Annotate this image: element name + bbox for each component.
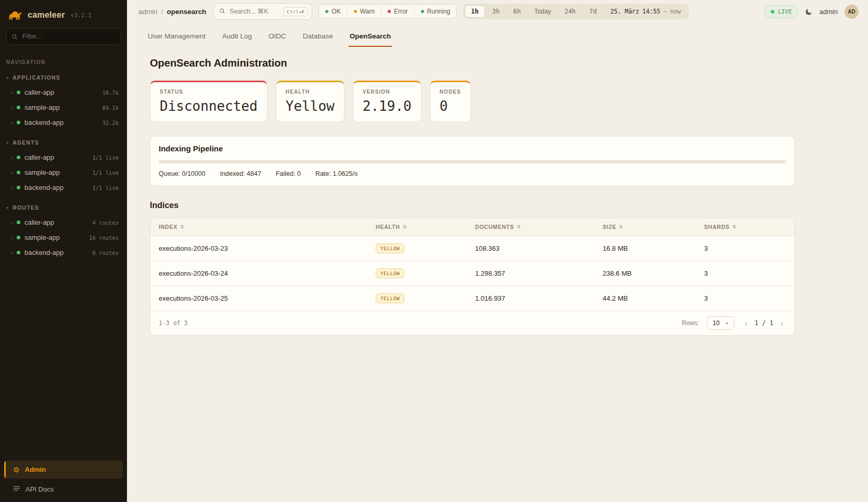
column-label: HEALTH — [376, 224, 400, 230]
cameleer-logo-icon — [8, 9, 23, 21]
sidebar-item-app-sample[interactable]: › sample-app 84.1k — [0, 100, 127, 115]
chevron-down-icon: ▾ — [6, 75, 9, 80]
live-toggle[interactable]: LIVE — [764, 5, 798, 18]
sidebar-item-agent-sample[interactable]: › sample-app 1/1 live — [0, 165, 127, 180]
table-row[interactable]: executions-2026-03-24 YELLOW 1.298.357 2… — [150, 261, 795, 286]
sidebar-item-label: API Docs — [25, 485, 54, 493]
status-dot — [325, 10, 328, 13]
status-dot — [17, 236, 20, 239]
chevron-down-icon: ▾ — [6, 205, 9, 210]
status-dot — [17, 186, 20, 189]
chevron-down-icon: ▾ — [6, 140, 9, 145]
count-badge: 6 routes — [92, 250, 119, 256]
section-header-routes[interactable]: ▾ ROUTES — [0, 200, 127, 215]
stat-card-nodes: NODES 0 — [430, 81, 471, 122]
avatar[interactable]: AD — [845, 5, 859, 19]
stat-label: STATUS — [160, 89, 258, 95]
status-dot — [388, 10, 391, 13]
prev-page-button[interactable]: ‹ — [742, 318, 750, 328]
status-dot — [17, 156, 20, 159]
time-range-1h[interactable]: 1h — [465, 5, 484, 18]
tab-oidc[interactable]: OIDC — [267, 28, 287, 47]
time-range-3h[interactable]: 3h — [486, 5, 506, 18]
live-label: LIVE — [778, 8, 792, 15]
sidebar-item-route-caller[interactable]: › caller-app 4 routes — [0, 215, 127, 230]
cell-size: 16.8 MB — [594, 237, 696, 260]
cell-size: 44.2 MB — [594, 287, 696, 310]
time-range-today[interactable]: Today — [528, 5, 557, 18]
theme-toggle[interactable] — [805, 8, 813, 16]
range-time: 14:55 — [642, 8, 660, 15]
sort-icon: ⇅ — [180, 224, 184, 229]
list-icon — [13, 485, 20, 494]
status-filter-running[interactable]: Running — [414, 5, 457, 18]
status-filter-error[interactable]: Error — [381, 5, 414, 18]
stat-value: 0 — [440, 98, 461, 114]
section-header-applications[interactable]: ▾ APPLICATIONS — [0, 70, 127, 85]
status-filter-label: Running — [427, 8, 451, 15]
status-filter-warn[interactable]: Warn — [347, 5, 381, 18]
stat-value: 2.19.0 — [363, 98, 412, 114]
sidebar-item-agent-backend[interactable]: › backend-app 1/1 live — [0, 180, 127, 195]
count-badge: 32.2k — [102, 120, 119, 126]
count-badge: 1/1 live — [92, 185, 119, 191]
search-input[interactable] — [229, 8, 279, 15]
table-footer-controls: Rows: 10 ▾ ‹ 1 / 1 › — [682, 316, 786, 330]
sort-icon: ⇅ — [619, 224, 623, 229]
section-header-agents[interactable]: ▾ AGENTS — [0, 135, 127, 150]
table-row[interactable]: executions-2026-03-25 YELLOW 1.016.937 4… — [150, 286, 795, 311]
status-dot — [17, 106, 20, 109]
count-badge: 84.1k — [102, 105, 119, 111]
sidebar-item-route-backend[interactable]: › backend-app 6 routes — [0, 245, 127, 260]
sidebar-item-label: caller-app — [24, 88, 54, 96]
breadcrumb-root[interactable]: admin — [138, 8, 158, 16]
time-range-6h[interactable]: 6h — [507, 5, 527, 18]
search-icon — [11, 33, 18, 42]
pipeline-stat-indexed: Indexed: 4847 — [220, 170, 261, 177]
sidebar-item-label: sample-app — [24, 169, 60, 176]
chevron-down-icon: ▾ — [726, 321, 728, 326]
column-header-documents[interactable]: DOCUMENTS ⇅ — [467, 218, 594, 236]
count-badge: 16 routes — [89, 235, 119, 241]
column-header-shards[interactable]: SHARDS ⇅ — [696, 218, 795, 236]
sidebar-item-route-sample[interactable]: › sample-app 16 routes — [0, 230, 127, 245]
page-indicator: 1 / 1 — [755, 319, 773, 327]
sidebar-item-admin[interactable]: ⚙ Admin — [4, 460, 123, 479]
tab-user-management[interactable]: User Management — [147, 28, 207, 47]
gear-icon: ⚙ — [13, 466, 20, 473]
cell-shards: 3 — [696, 262, 795, 285]
pipeline-stat-queue: Queue: 0/10000 — [159, 170, 206, 177]
sidebar-item-app-caller[interactable]: › caller-app 10.7k — [0, 85, 127, 100]
filter-input[interactable] — [6, 28, 121, 45]
health-badge: YELLOW — [376, 268, 404, 278]
sidebar-item-api-docs[interactable]: API Docs — [4, 479, 123, 496]
next-page-button[interactable]: › — [777, 318, 786, 328]
pagination: ‹ 1 / 1 › — [742, 318, 786, 328]
sidebar-item-app-backend[interactable]: › backend-app 32.2k — [0, 115, 127, 130]
time-range-display[interactable]: 25. März 14:55 — now — [604, 8, 687, 15]
column-header-size[interactable]: SIZE ⇅ — [594, 218, 696, 236]
table-row[interactable]: executions-2026-03-23 YELLOW 108.363 16.… — [150, 236, 795, 261]
sidebar-item-agent-caller[interactable]: › caller-app 1/1 live — [0, 150, 127, 165]
range-date: 25. März — [610, 8, 639, 15]
chevron-right-icon: › — [10, 89, 12, 96]
time-range-7d[interactable]: 7d — [583, 5, 603, 18]
tab-database[interactable]: Database — [302, 28, 334, 47]
tab-opensearch[interactable]: OpenSearch — [349, 28, 392, 47]
cell-shards: 3 — [696, 237, 795, 260]
cell-health: YELLOW — [367, 286, 467, 311]
column-header-index[interactable]: INDEX ⇅ — [150, 218, 367, 236]
rows-per-page-select[interactable]: 10 ▾ — [707, 316, 734, 330]
user-menu[interactable]: admin — [820, 8, 838, 16]
count-badge: 10.7k — [102, 89, 119, 96]
chevron-right-icon: › — [10, 220, 12, 226]
stat-cards: STATUS Disconnected HEALTH Yellow VERSIO… — [150, 81, 845, 122]
pipeline-stat-failed: Failed: 0 — [276, 170, 301, 177]
chevron-right-icon: › — [10, 235, 12, 241]
moon-icon — [805, 8, 813, 16]
status-filter-ok[interactable]: OK — [319, 5, 347, 18]
stat-label: HEALTH — [286, 89, 335, 95]
column-header-health[interactable]: HEALTH ⇅ — [367, 218, 467, 236]
tab-audit-log[interactable]: Audit Log — [221, 28, 253, 47]
time-range-24h[interactable]: 24h — [558, 5, 582, 18]
